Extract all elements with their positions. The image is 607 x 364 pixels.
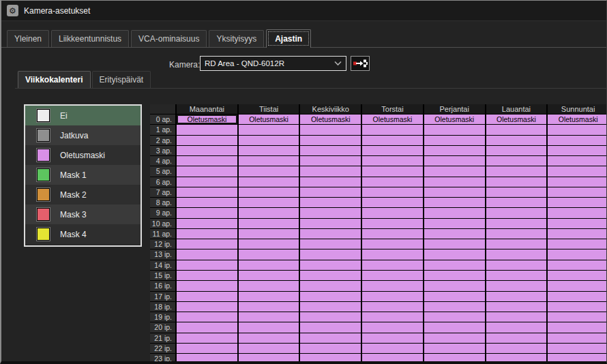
schedule-cell[interactable]: Oletusmaski <box>177 115 237 124</box>
schedule-cell[interactable] <box>177 198 237 207</box>
schedule-cell[interactable] <box>424 333 485 343</box>
legend-item[interactable]: Ei <box>25 106 140 125</box>
apply-to-cameras-button[interactable] <box>351 56 370 71</box>
schedule-cell[interactable] <box>486 354 547 363</box>
schedule-cell[interactable] <box>177 156 237 166</box>
schedule-cell[interactable] <box>548 322 607 332</box>
schedule-cell[interactable] <box>239 166 299 176</box>
schedule-cell[interactable] <box>424 354 485 363</box>
schedule-cell[interactable] <box>362 354 423 363</box>
schedule-cell[interactable] <box>548 125 607 134</box>
subtab-viikkokalenteri[interactable]: Viikkokalenteri <box>18 71 91 88</box>
schedule-cell[interactable] <box>486 229 547 239</box>
schedule-cell[interactable] <box>486 208 547 217</box>
schedule-cell[interactable] <box>548 333 607 343</box>
schedule-cell[interactable] <box>424 156 485 166</box>
schedule-cell[interactable] <box>177 302 237 312</box>
tab-yleinen[interactable]: Yleinen <box>7 30 49 47</box>
schedule-cell[interactable] <box>486 312 547 322</box>
schedule-cell[interactable] <box>177 239 237 249</box>
schedule-cell[interactable] <box>239 156 299 166</box>
schedule-cell[interactable] <box>300 322 361 332</box>
schedule-cell[interactable] <box>424 146 485 155</box>
schedule-cell[interactable] <box>362 219 423 228</box>
schedule-cell[interactable] <box>548 354 607 363</box>
schedule-cell[interactable] <box>424 271 485 280</box>
schedule-cell[interactable] <box>486 322 547 332</box>
schedule-cell[interactable] <box>239 229 299 239</box>
schedule-cell[interactable] <box>362 177 423 187</box>
schedule-cell[interactable] <box>424 198 485 207</box>
schedule-cell[interactable] <box>424 166 485 176</box>
schedule-cell[interactable] <box>300 344 361 353</box>
schedule-cell[interactable] <box>177 208 237 217</box>
schedule-cell[interactable] <box>300 302 361 312</box>
schedule-cell[interactable] <box>362 166 423 176</box>
schedule-cell[interactable] <box>548 281 607 290</box>
schedule-cell[interactable] <box>300 219 361 228</box>
schedule-cell[interactable] <box>239 198 299 207</box>
schedule-cell[interactable]: Oletusmaski <box>239 115 299 124</box>
legend-item[interactable]: Jatkuva <box>25 125 140 145</box>
tab-liikkeentunnistus[interactable]: Liikkeentunnistus <box>51 30 129 47</box>
schedule-cell[interactable] <box>177 312 237 322</box>
schedule-cell[interactable] <box>424 249 485 259</box>
schedule-cell[interactable] <box>300 312 361 322</box>
schedule-cell[interactable] <box>239 249 299 259</box>
schedule-cell[interactable] <box>486 260 547 270</box>
schedule-cell[interactable] <box>239 187 299 197</box>
schedule-cell[interactable] <box>548 208 607 217</box>
schedule-cell[interactable] <box>424 187 485 197</box>
schedule-cell[interactable] <box>548 177 607 187</box>
schedule-cell[interactable] <box>424 281 485 290</box>
schedule-cell[interactable] <box>486 136 547 145</box>
legend-item[interactable]: Oletusmaski <box>25 145 140 165</box>
schedule-cell[interactable]: Oletusmaski <box>486 115 547 124</box>
schedule-cell[interactable] <box>177 281 237 290</box>
schedule-cell[interactable]: Oletusmaski <box>424 115 485 124</box>
schedule-cell[interactable] <box>362 302 423 312</box>
schedule-cell[interactable] <box>362 260 423 270</box>
schedule-cell[interactable] <box>424 125 485 134</box>
tab-yksityisyys[interactable]: Yksityisyys <box>209 30 264 47</box>
legend-item[interactable]: Mask 4 <box>25 224 140 244</box>
schedule-cell[interactable]: Oletusmaski <box>300 115 361 124</box>
schedule-cell[interactable] <box>177 249 237 259</box>
schedule-cell[interactable] <box>300 333 361 343</box>
schedule-cell[interactable] <box>424 239 485 249</box>
schedule-cell[interactable] <box>548 260 607 270</box>
schedule-cell[interactable] <box>239 354 299 363</box>
schedule-cell[interactable] <box>177 187 237 197</box>
schedule-cell[interactable] <box>300 146 361 155</box>
schedule-cell[interactable] <box>362 208 423 217</box>
schedule-cell[interactable] <box>300 198 361 207</box>
schedule-cell[interactable] <box>548 187 607 197</box>
schedule-cell[interactable] <box>424 136 485 145</box>
schedule-cell[interactable] <box>239 292 299 301</box>
schedule-cell[interactable] <box>486 166 547 176</box>
schedule-cell[interactable] <box>362 187 423 197</box>
schedule-cell[interactable] <box>177 166 237 176</box>
schedule-cell[interactable] <box>486 281 547 290</box>
schedule-cell[interactable] <box>362 136 423 145</box>
schedule-cell[interactable] <box>424 219 485 228</box>
schedule-cell[interactable] <box>362 344 423 353</box>
schedule-cell[interactable] <box>548 302 607 312</box>
schedule-cell[interactable] <box>486 249 547 259</box>
schedule-cell[interactable] <box>362 198 423 207</box>
schedule-cell[interactable] <box>486 146 547 155</box>
schedule-cell[interactable] <box>239 271 299 280</box>
schedule-cell[interactable] <box>239 333 299 343</box>
schedule-cell[interactable] <box>177 229 237 239</box>
schedule-cell[interactable] <box>362 239 423 249</box>
schedule-cell[interactable] <box>300 125 361 134</box>
schedule-cell[interactable] <box>177 136 237 145</box>
schedule-cell[interactable] <box>486 198 547 207</box>
schedule-cell[interactable] <box>424 260 485 270</box>
legend-item[interactable]: Mask 1 <box>25 165 140 185</box>
schedule-cell[interactable] <box>300 136 361 145</box>
schedule-cell[interactable] <box>424 344 485 353</box>
schedule-cell[interactable] <box>177 260 237 270</box>
schedule-cell[interactable] <box>177 177 237 187</box>
schedule-cell[interactable] <box>300 229 361 239</box>
